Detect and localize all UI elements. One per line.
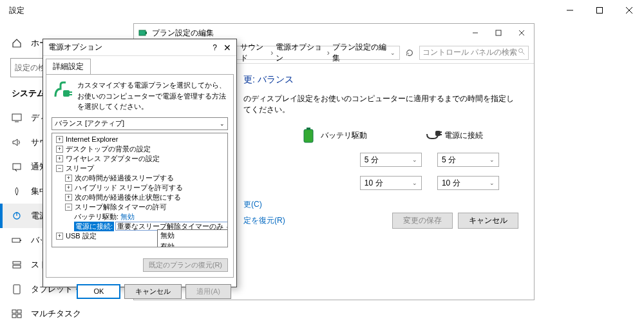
power-plug-icon [52,80,72,101]
chevron-down-icon: ⌄ [412,157,417,163]
cpl-maximize-button[interactable] [488,26,509,40]
power-plan-icon [138,28,148,38]
plan-dropdown[interactable]: バランス [アクティブ]⌄ [52,117,228,130]
svg-rect-15 [17,310,21,313]
close-button[interactable] [614,0,644,21]
cancel-button[interactable]: キャンセル [124,284,182,299]
pwr-instruction: カスタマイズする電源プランを選択してから、お使いのコンピューターで電源を管理する… [77,80,228,112]
sleep-plugged-dropdown[interactable]: 10 分⌄ [437,176,499,190]
refresh-button[interactable] [402,46,417,60]
storage-icon [12,260,22,270]
tree-item-sleep[interactable]: −スリープ [53,164,226,173]
cpl-description: のディスプレイ設定をお使いのコンピューターに適用するまでの時間を指定してください… [243,93,515,115]
pwr-title: 電源オプション [48,42,102,53]
settings-tree[interactable]: +Internet Explorer +デスクトップの背景の設定 +ワイヤレス … [52,133,228,247]
svg-rect-31 [63,90,70,97]
dd-value: 10 分 [442,178,460,189]
ok-button[interactable]: OK [77,284,120,299]
tree-item-sleep-after[interactable]: +次の時間が経過後スリープする [53,173,226,183]
plug-icon [425,127,439,144]
svg-point-24 [519,49,523,53]
cpl-title: プラン設定の編集 [152,28,214,39]
collapse-icon[interactable]: − [56,165,63,172]
tree-label: 次の時間が経過後休止状態にする [75,193,181,202]
expand-icon[interactable]: + [65,194,72,201]
collapse-icon[interactable]: − [65,204,72,211]
tablet-icon [12,284,22,294]
display-icon [12,113,22,123]
maximize-button[interactable] [585,0,614,21]
svg-rect-10 [20,240,21,241]
tree-label: USB 設定 [66,231,97,241]
cpl-close-button[interactable] [511,26,533,40]
breadcrumb-item[interactable]: サウンド [240,42,268,64]
svg-rect-19 [146,32,147,34]
dropdown-option[interactable]: 無効 [158,230,228,241]
dd-value: 5 分 [442,155,456,166]
pwr-tab-content: カスタマイズする電源プランを選択してから、お使いのコンピューターで電源を管理する… [46,74,234,278]
tree-label: Internet Explorer [66,135,118,143]
pwr-titlebar[interactable]: 電源オプション ? ✕ [43,39,236,56]
advanced-tab[interactable]: 詳細設定 [46,59,91,74]
svg-rect-17 [17,314,21,318]
tree-item-wireless[interactable]: +ワイヤレス アダプターの設定 [53,154,226,164]
battery-value-link[interactable]: 無効 [120,212,135,222]
tree-item-wake-battery[interactable]: バッテリ駆動: 無効 [53,212,226,222]
tree-label-selected: 電源に接続: [74,222,114,231]
settings-title: 設定 [9,5,24,16]
breadcrumb-item[interactable]: プラン設定の編集 [332,42,388,64]
col1-label: バッテリ駆動 [321,130,367,141]
restore-defaults-button[interactable]: 既定のプランの復元(R) [143,258,228,272]
col2-label: 電源に接続 [444,130,483,141]
tree-item-hibernate[interactable]: +次の時間が経過後休止状態にする [53,193,226,202]
settings-titlebar: 設定 [0,0,644,21]
plan-value: バランス [アクティブ] [55,119,124,128]
expand-icon[interactable]: + [56,233,63,240]
tree-label: スリープ [66,164,94,173]
svg-rect-11 [13,262,21,264]
help-button[interactable]: ? [213,43,217,52]
chevron-down-icon[interactable]: ⌄ [390,50,395,56]
cancel-button[interactable]: キャンセル [458,213,518,229]
tree-item-wake-timer[interactable]: −スリープ解除タイマーの許可 [53,202,226,212]
search-placeholder: コントロール パネルの検索 [422,47,517,58]
expand-icon[interactable]: + [56,146,63,153]
cpl-minimize-button[interactable] [464,26,486,40]
advanced-settings-link[interactable]: 更(C) [243,199,515,210]
close-button[interactable]: ✕ [223,43,231,53]
sound-icon [12,137,22,148]
breadcrumb[interactable]: サウンド › 電源オプション › プラン設定の編集 ⌄ [236,46,400,60]
minimize-button[interactable] [555,0,585,21]
display-off-battery-dropdown[interactable]: 5 分⌄ [360,153,422,167]
save-changes-button[interactable]: 変更の保存 [392,213,453,229]
tree-item-hybrid[interactable]: +ハイブリッド スリープを許可する [53,183,226,193]
chevron-right-icon: › [270,48,273,57]
dropdown-option[interactable]: 有効 [158,241,228,247]
focus-icon [12,186,22,197]
svg-rect-27 [307,128,310,129]
expand-icon[interactable]: + [56,136,63,143]
svg-rect-1 [597,8,603,14]
expand-icon[interactable]: + [65,184,72,191]
sidebar-item-multitask[interactable]: マルチタスク [0,302,135,326]
breadcrumb-item[interactable]: 電源オプション [276,42,325,64]
apply-button[interactable]: 適用(A) [185,284,231,299]
notifications-icon [12,162,22,172]
svg-rect-14 [12,310,16,313]
chevron-down-icon: ⌄ [489,180,495,186]
svg-rect-4 [12,114,21,120]
display-off-plugged-dropdown[interactable]: 5 分⌄ [437,153,499,167]
power-options-dialog: 電源オプション ? ✕ 詳細設定 カスタマイズする電源プランを選択してから、お使… [43,39,237,287]
expand-icon[interactable]: + [56,155,63,162]
tree-item-ie[interactable]: +Internet Explorer [53,135,226,144]
cpl-search[interactable]: コントロール パネルの検索 [419,46,529,60]
tree-item-desktop[interactable]: +デスクトップの背景の設定 [53,144,226,154]
tree-label: スリープ解除タイマーの許可 [75,202,167,212]
chevron-down-icon: ⌄ [220,120,225,127]
battery-icon [12,235,22,245]
dd-value: 5 分 [365,155,379,166]
tree-label: 次の時間が経過後スリープする [75,173,174,183]
wake-timer-dropdown-popup[interactable]: 無効 有効 重要なスリープ解除タイマーのみ [157,229,228,247]
sleep-battery-dropdown[interactable]: 10 分⌄ [360,176,422,190]
expand-icon[interactable]: + [65,175,72,182]
